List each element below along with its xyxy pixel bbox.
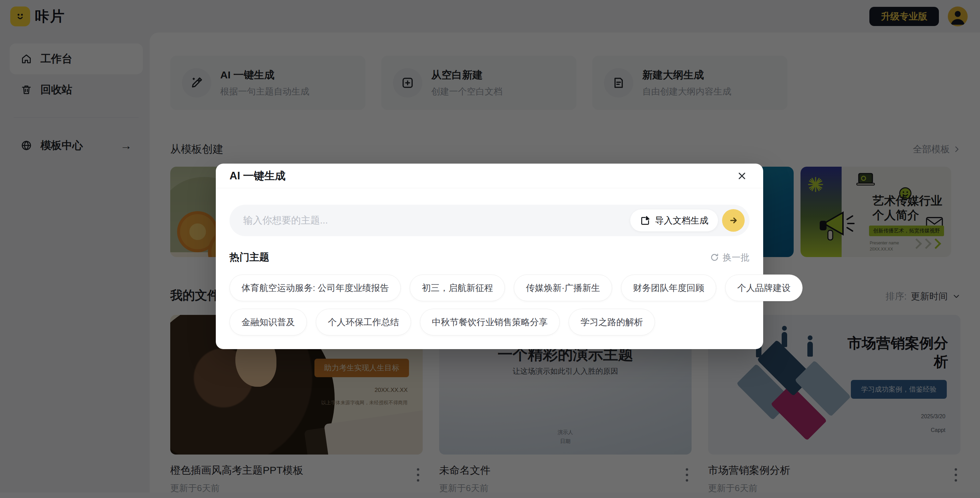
app-root: 咔片 升级专业版 工作台 回收站 模板中心 → [0,0,980,498]
hot-topic-pill[interactable]: 个人品牌建设 [725,274,803,301]
import-doc-button[interactable]: 导入文档生成 [630,209,718,232]
hot-topic-pill[interactable]: 体育航空运动服务: 公司年度业绩报告 [229,274,401,301]
refresh-label: 换一批 [723,252,749,263]
topic-input[interactable] [243,215,630,226]
close-icon [737,170,748,181]
hot-topic-pill[interactable]: 金融知识普及 [229,309,307,335]
hot-topic-pill[interactable]: 个人环保工作总结 [316,309,411,335]
send-arrow-icon [728,215,738,225]
modal-header: AI 一键生成 [216,163,763,188]
close-button[interactable] [734,168,749,184]
topic-input-bar: 导入文档生成 [229,205,749,236]
hot-topics-row-2: 金融知识普及 个人环保工作总结 中秋节餐饮行业销售策略分享 学习之路的解析 [229,309,749,335]
hot-topics-header: 热门主题 换一批 [229,251,749,264]
hot-topics-title: 热门主题 [229,251,269,264]
hot-topic-pill[interactable]: 传媒焕新·广播新生 [514,274,612,301]
modal-title: AI 一键生成 [229,169,286,183]
import-doc-label: 导入文档生成 [655,215,708,227]
hot-topics-row-1: 体育航空运动服务: 公司年度业绩报告 初三，启航新征程 传媒焕新·广播新生 财务… [229,274,749,301]
hot-topic-pill[interactable]: 中秋节餐饮行业销售策略分享 [420,309,560,335]
hot-topic-pill[interactable]: 财务团队年度回顾 [621,274,716,301]
hot-topic-pill[interactable]: 初三，启航新征程 [410,274,505,301]
ai-generate-modal: AI 一键生成 导入文档生成 热门主题 换一批 [216,163,763,349]
hot-topic-pill[interactable]: 学习之路的解析 [569,309,655,335]
refresh-icon [710,252,719,262]
refresh-topics-button[interactable]: 换一批 [710,252,749,263]
send-button[interactable] [722,209,745,232]
modal-body: 导入文档生成 热门主题 换一批 体育航空运动服务: 公司年度业绩报告 初三，启航… [216,188,763,335]
import-doc-icon [640,215,651,226]
